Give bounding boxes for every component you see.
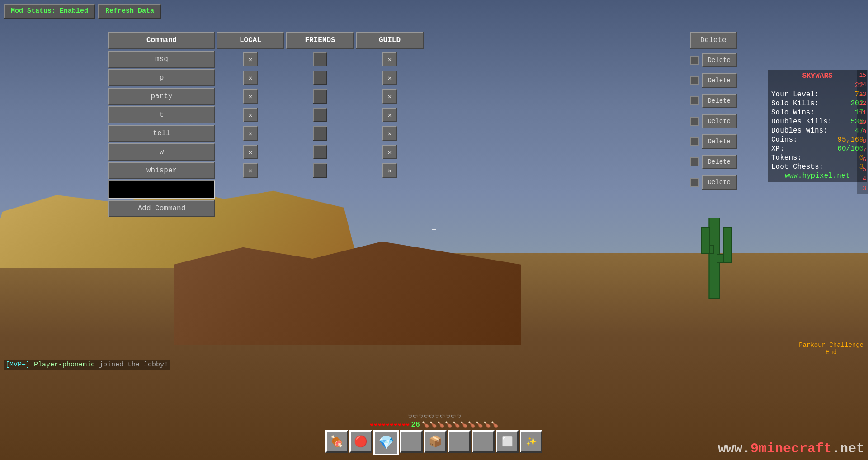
p-friends-checkbox[interactable]	[286, 69, 354, 86]
scoreboard-line-level: Your Level: 7-	[771, 90, 863, 99]
sb-label-coins: Coins:	[771, 136, 797, 144]
command-row-t: t ✕ ✕	[108, 106, 515, 123]
hotbar-slot-6[interactable]	[448, 430, 471, 453]
command-msg[interactable]: msg	[108, 51, 215, 68]
hotbar-slot-9[interactable]: ✨	[520, 430, 542, 453]
sb-label-level: Your Level:	[771, 90, 819, 99]
add-command-button[interactable]: Add Command	[108, 200, 215, 217]
command-row-tell: tell ✕ ✕	[108, 125, 515, 142]
p-local-checkbox[interactable]: ✕	[217, 69, 284, 86]
t-friends-checkbox[interactable]	[286, 106, 354, 123]
p-guild-checkbox[interactable]: ✕	[356, 69, 424, 86]
scoreboard-line-xp: XP: 00/100	[771, 144, 863, 153]
hotbar-slot-4[interactable]	[400, 430, 423, 453]
food-7: 🍗	[468, 421, 475, 428]
sb-label-doubles-wins: Doubles Wins:	[771, 127, 828, 135]
command-row-p: p ✕ ✕	[108, 69, 515, 86]
delete-button-tell[interactable]: Delete	[702, 134, 737, 149]
food-8: 🍗	[476, 421, 483, 428]
t-guild-checkbox[interactable]: ✕	[356, 106, 424, 123]
command-panel: Command LOCAL FRIENDS GUILD msg ✕ ✕ p ✕ …	[108, 32, 515, 217]
delete-button-t[interactable]: Delete	[702, 114, 737, 128]
hotbar-slot-2[interactable]: 🔴	[349, 430, 372, 453]
heart-3: ❤	[378, 421, 382, 428]
delete-checkbox-tell[interactable]	[690, 137, 699, 146]
chat-action: joined the lobby!	[99, 361, 168, 369]
sb-label-doubles-kills: Doubles Kills:	[771, 118, 832, 126]
right-num-6: 10	[859, 118, 866, 128]
party-local-checkbox[interactable]: ✕	[217, 88, 284, 105]
command-party[interactable]: party	[108, 88, 215, 105]
w-guild-checkbox[interactable]: ✕	[356, 143, 424, 161]
top-left-bar: Mod Status: Enabled Refresh Data	[4, 4, 161, 19]
food-3: 🍗	[437, 421, 444, 428]
health-xp-row: ❤ ❤ ❤ ❤ ❤ ❤ ❤ ❤ ❤ ❤ 26 🍗 🍗 🍗 🍗 🍗 🍗 🍗 🍗 🍗…	[370, 421, 498, 429]
armor-icon-4: 🛡	[424, 414, 429, 420]
refresh-data-button[interactable]: Refresh Data	[98, 4, 161, 19]
delete-header-button[interactable]: Delete	[690, 32, 737, 49]
right-num-2: 14	[859, 81, 866, 90]
whisper-guild-checkbox[interactable]: ✕	[356, 162, 424, 179]
right-num-4: 12	[859, 99, 866, 109]
armor-icon-9: 🛡	[451, 414, 456, 420]
delete-button-msg[interactable]: Delete	[702, 53, 737, 67]
command-whisper[interactable]: whisper	[108, 162, 215, 179]
right-num-7: 9	[859, 128, 866, 137]
heart-5: ❤	[386, 421, 390, 428]
right-num-8: 8	[859, 137, 866, 147]
hotbar-slot-8[interactable]: ⬜	[496, 430, 519, 453]
command-column-header: Command	[108, 32, 215, 49]
delete-button-whisper[interactable]: Delete	[702, 175, 737, 190]
hotbar-slot-7[interactable]	[472, 430, 495, 453]
armor-icon-5: 🛡	[429, 414, 434, 420]
command-row-w: w ✕ ✕	[108, 143, 515, 161]
whisper-friends-checkbox[interactable]	[286, 162, 354, 179]
tell-friends-checkbox[interactable]	[286, 125, 354, 142]
xp-level: 26	[411, 421, 420, 429]
sb-label-xp: XP:	[771, 145, 784, 153]
sb-label-solo-wins: Solo Wins:	[771, 109, 815, 117]
delete-checkbox-party[interactable]	[690, 96, 699, 105]
right-num-13: 3	[859, 184, 866, 194]
new-command-input-row	[108, 180, 515, 199]
food-9: 🍗	[483, 421, 491, 428]
scoreboard: SKYWARS 22 Your Level: 7- Solo Kills: 20…	[768, 70, 867, 182]
tell-local-checkbox[interactable]: ✕	[217, 125, 284, 142]
scoreboard-line-1: 22	[771, 81, 863, 90]
w-friends-checkbox[interactable]	[286, 143, 354, 161]
delete-checkbox-w[interactable]	[690, 157, 699, 166]
tell-guild-checkbox[interactable]: ✕	[356, 125, 424, 142]
delete-checkbox-p[interactable]	[690, 76, 699, 85]
delete-row-msg: Delete	[690, 51, 737, 70]
heart-8: ❤	[398, 421, 401, 428]
party-friends-checkbox[interactable]	[286, 88, 354, 105]
command-t[interactable]: t	[108, 106, 215, 123]
hotbar-slot-5[interactable]: 📦	[424, 430, 447, 453]
delete-checkbox-msg[interactable]	[690, 56, 699, 65]
friends-column-header: FRIENDS	[286, 32, 354, 49]
whisper-local-checkbox[interactable]: ✕	[217, 162, 284, 179]
command-w[interactable]: w	[108, 143, 215, 161]
new-command-input[interactable]	[108, 180, 215, 199]
delete-checkbox-t[interactable]	[690, 117, 699, 126]
msg-friends-checkbox[interactable]	[286, 51, 354, 68]
hotbar-slots: 🍖 🔴 💎 📦 ⬜ ✨	[326, 430, 542, 455]
command-tell[interactable]: tell	[108, 125, 215, 142]
parkour-challenge: Parkour Challenge End	[799, 341, 863, 356]
party-guild-checkbox[interactable]: ✕	[356, 88, 424, 105]
hotbar-slot-1[interactable]: 🍖	[326, 430, 348, 453]
right-num-5: 11	[859, 109, 866, 118]
scoreboard-line-doubles-kills: Doubles Kills: 536	[771, 117, 863, 126]
t-local-checkbox[interactable]: ✕	[217, 106, 284, 123]
w-local-checkbox[interactable]: ✕	[217, 143, 284, 161]
delete-button-party[interactable]: Delete	[702, 94, 737, 108]
delete-button-w[interactable]: Delete	[702, 155, 737, 169]
command-p[interactable]: p	[108, 69, 215, 86]
msg-guild-checkbox[interactable]: ✕	[356, 51, 424, 68]
delete-checkbox-whisper[interactable]	[690, 178, 699, 187]
scoreboard-title: SKYWARS	[771, 72, 863, 80]
hotbar-slot-3-selected[interactable]: 💎	[373, 430, 399, 455]
right-num-3: 13	[859, 90, 866, 100]
delete-button-p[interactable]: Delete	[702, 73, 737, 88]
msg-local-checkbox[interactable]: ✕	[217, 51, 284, 68]
